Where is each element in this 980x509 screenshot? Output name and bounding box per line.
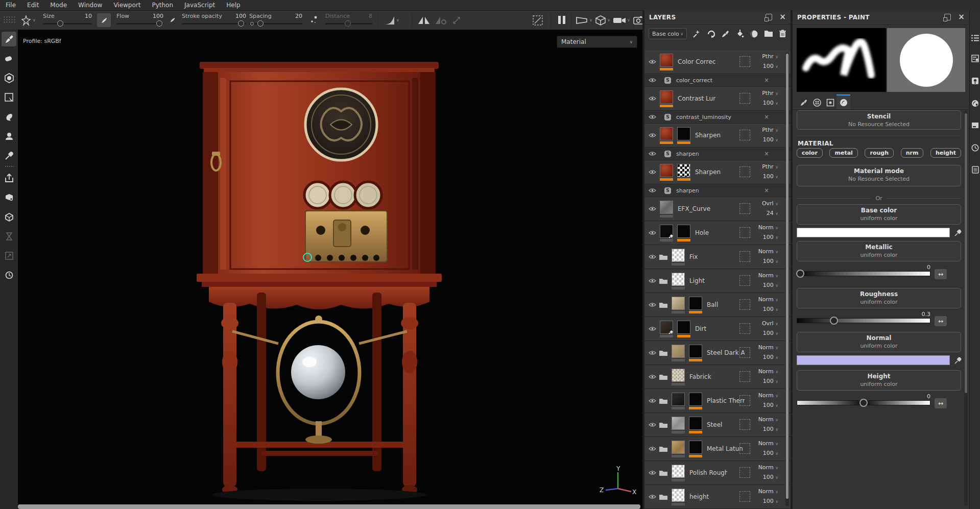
metallic-expand-icon[interactable]: ↔ — [935, 269, 947, 279]
effect-name[interactable]: contrast_luminosity — [676, 114, 731, 120]
layer-mask-indicator[interactable] — [739, 347, 750, 358]
symmetry-icon[interactable] — [417, 13, 431, 27]
clone-stamp-tool[interactable] — [2, 129, 16, 143]
layer-name[interactable]: Steel Dark Ag… — [707, 349, 745, 356]
flow-control[interactable]: Flow 100 — [116, 12, 163, 29]
history-clock-icon[interactable] — [970, 141, 980, 154]
remove-effect-icon[interactable]: × — [764, 77, 769, 84]
pause-engine-button[interactable] — [556, 15, 568, 25]
layer-opacity-dropdown[interactable]: 100 ∨ — [763, 354, 778, 360]
layer-visibility-icon[interactable] — [648, 398, 656, 403]
add-fill-layer-icon[interactable] — [735, 30, 744, 38]
layer-visibility-icon[interactable] — [648, 133, 656, 138]
stencil-selector-button[interactable]: Stencil No Resource Selected — [797, 110, 961, 130]
layer-mask-indicator[interactable] — [739, 130, 750, 140]
blend-mode-dropdown[interactable]: Pthr ∨ — [762, 90, 778, 96]
chip-metal[interactable]: metal — [829, 148, 857, 158]
layer-visibility-icon[interactable] — [648, 326, 656, 331]
shading-mode-dropdown[interactable]: Material∨ — [557, 36, 637, 48]
smart-material-icon[interactable] — [707, 30, 715, 38]
layer-name[interactable]: Sharpen — [695, 132, 721, 139]
layer-row[interactable]: heightNorm ∨100 ∨ — [644, 485, 791, 509]
layer-thumbnail[interactable] — [672, 417, 685, 430]
base-color-eyedropper-icon[interactable] — [953, 228, 963, 237]
normal-color-swatch[interactable] — [797, 355, 950, 365]
properties-scrollbar[interactable] — [964, 110, 968, 505]
effect-name[interactable]: sharpen — [676, 187, 699, 194]
base-color-swatch[interactable] — [797, 228, 950, 237]
layer-mask-indicator[interactable] — [739, 203, 750, 214]
paint-brush-tool[interactable] — [2, 32, 16, 46]
layer-thumbnail[interactable] — [660, 54, 673, 67]
remove-effect-icon[interactable]: × — [764, 113, 769, 120]
layer-name[interactable]: Plastic Therm… — [707, 397, 745, 404]
layer-opacity-dropdown[interactable]: 100 ∨ — [763, 498, 778, 504]
effect-name[interactable]: color_correct — [676, 77, 712, 84]
stroke-opacity-slider-handle[interactable] — [238, 20, 244, 27]
blend-mode-dropdown[interactable]: Ovrl ∨ — [762, 320, 778, 327]
geometry-decal-tool[interactable] — [2, 190, 16, 205]
layer-thumbnail[interactable] — [672, 489, 685, 502]
material-mode-button[interactable]: Material mode No Resource Selected — [797, 165, 961, 186]
camera-view-button[interactable]: ∨ — [612, 13, 631, 27]
spacing-slider-min-handle[interactable] — [250, 22, 254, 26]
layer-thumbnail[interactable] — [672, 393, 685, 406]
metallic-button[interactable]: Metallic uniform color — [797, 241, 961, 261]
layer-visibility-icon[interactable] — [648, 169, 656, 175]
layer-thumbnail[interactable] — [660, 90, 673, 104]
blend-mode-dropdown[interactable]: Pthr ∨ — [762, 127, 778, 133]
layer-mask-thumbnail[interactable] — [689, 393, 702, 406]
menu-javascript[interactable]: JavaScript — [179, 2, 221, 9]
layer-opacity-dropdown[interactable]: 100 ∨ — [763, 402, 778, 408]
layer-visibility-icon[interactable] — [648, 494, 656, 499]
tab-brush[interactable] — [797, 95, 810, 109]
blend-mode-dropdown[interactable]: Norm ∨ — [758, 416, 778, 423]
menu-file[interactable]: File — [0, 2, 21, 9]
layer-opacity-dropdown[interactable]: 100 ∨ — [763, 450, 778, 456]
chip-height[interactable]: height — [930, 148, 961, 158]
blend-mode-dropdown[interactable]: Norm ∨ — [758, 344, 778, 351]
layer-thumbnail[interactable] — [672, 369, 685, 382]
falloff-curve-icon[interactable]: ∨ — [382, 13, 400, 27]
spacing-slider-handle[interactable] — [257, 20, 264, 27]
radio-model[interactable] — [197, 58, 442, 507]
layer-mask-thumbnail[interactable] — [689, 345, 702, 358]
chip-color[interactable]: color — [797, 148, 823, 158]
layer-opacity-dropdown[interactable]: 100 ∨ — [763, 306, 778, 312]
layer-visibility-icon[interactable] — [648, 206, 656, 211]
layer-opacity-dropdown[interactable]: 100 ∨ — [763, 100, 778, 106]
layer-effect-row[interactable]: Scontrast_luminosity× — [644, 111, 791, 124]
layer-name[interactable]: Polish Roughness — [689, 469, 727, 476]
layer-row[interactable]: LightNorm ∨100 ∨ — [644, 269, 791, 293]
resources-updater-tool[interactable] — [2, 268, 16, 282]
layer-mask-thumbnail[interactable] — [689, 417, 702, 430]
layer-opacity-dropdown[interactable]: 100 ∨ — [763, 378, 778, 384]
menu-python[interactable]: Python — [146, 2, 179, 9]
layer-thumbnail[interactable] — [660, 321, 673, 334]
normal-button[interactable]: Normal uniform color — [797, 332, 961, 352]
polygon-fill-tool[interactable] — [2, 90, 16, 105]
layer-thumbnail[interactable] — [660, 225, 673, 238]
layer-visibility-icon[interactable] — [648, 446, 656, 451]
blend-mode-dropdown[interactable]: Norm ∨ — [758, 488, 778, 495]
layer-name[interactable]: Sharpen — [695, 168, 721, 176]
layers-scrollbar[interactable] — [785, 53, 789, 506]
layer-mask-thumbnail[interactable] — [677, 225, 690, 238]
layer-mask-indicator[interactable] — [739, 93, 750, 104]
height-expand-icon[interactable]: ↔ — [935, 398, 947, 408]
layer-mask-indicator[interactable] — [739, 419, 750, 430]
layer-mask-indicator[interactable] — [739, 443, 750, 454]
layer-thumbnail[interactable] — [672, 441, 685, 454]
blend-mode-dropdown[interactable]: Ovrl ∨ — [762, 200, 778, 207]
layer-name[interactable]: Dirt — [695, 325, 706, 332]
add-group-folder-icon[interactable] — [764, 30, 773, 37]
add-paint-layer-icon[interactable] — [721, 30, 730, 38]
layer-thumbnail[interactable] — [672, 297, 685, 310]
stroke-shape-icon[interactable]: ∨ — [20, 13, 36, 27]
layer-visibility-icon[interactable] — [648, 254, 656, 259]
menu-edit[interactable]: Edit — [21, 2, 44, 9]
chip-rough[interactable]: rough — [865, 148, 894, 158]
remove-effect-icon[interactable]: × — [764, 187, 769, 194]
layer-thumbnail[interactable] — [660, 201, 673, 214]
base-color-button[interactable]: Base color uniform color — [797, 204, 961, 225]
